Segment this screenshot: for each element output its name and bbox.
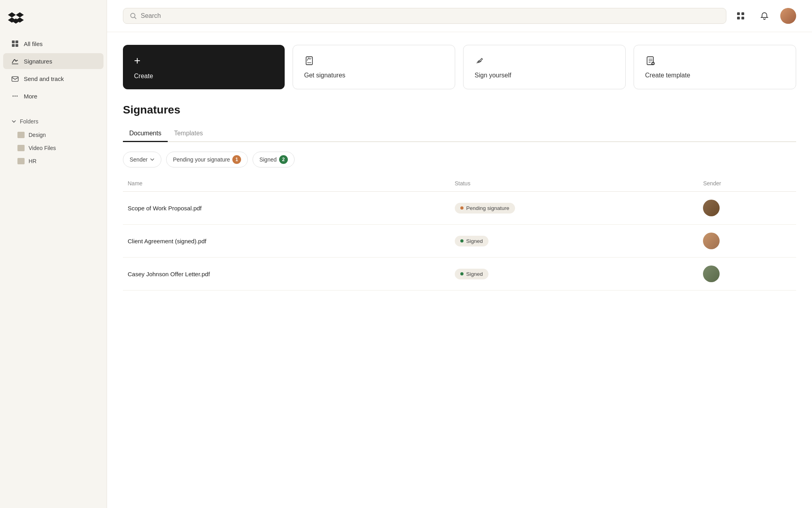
svg-line-10 [135, 17, 136, 19]
doc-sender [698, 258, 796, 291]
sidebar-item-signatures[interactable]: Signatures [3, 53, 103, 69]
table-row[interactable]: Client Agreement (signed).pdf Signed [123, 225, 796, 258]
folders-section: Folders Design Video Files HR [0, 111, 107, 171]
logo-area [0, 6, 107, 35]
create-card[interactable]: + Create [123, 45, 285, 89]
sender-label: Sender [130, 156, 147, 163]
svg-rect-12 [741, 12, 744, 15]
sidebar-item-label: More [24, 93, 37, 100]
page-header [107, 0, 812, 32]
doc-status: Signed [450, 258, 699, 291]
grid-icon [11, 40, 19, 48]
search-input[interactable] [141, 12, 720, 19]
pending-label: Pending your signature [173, 156, 230, 163]
folder-icon [17, 145, 25, 151]
get-signatures-card[interactable]: Get signatures [293, 45, 455, 89]
folders-header[interactable]: Folders [3, 115, 103, 128]
document-tabs: Documents Templates [123, 126, 796, 142]
svg-rect-5 [12, 77, 18, 81]
status-text: Pending signature [466, 205, 509, 211]
notifications-button[interactable] [756, 8, 772, 24]
svg-rect-14 [741, 17, 744, 19]
search-bar[interactable] [123, 8, 726, 24]
svg-point-7 [15, 96, 16, 97]
signed-label: Signed [259, 156, 277, 163]
apps-button[interactable] [733, 8, 749, 24]
page-content: + Create Get signatures [107, 32, 812, 303]
sender-avatar [703, 233, 720, 249]
more-icon [11, 92, 19, 100]
sidebar-folder-video-files[interactable]: Video Files [3, 142, 103, 154]
get-signatures-label: Get signatures [304, 72, 345, 79]
sidebar-item-label: All files [24, 40, 43, 47]
send-icon [11, 75, 19, 83]
create-template-card[interactable]: Create template [634, 45, 796, 89]
filter-row: Sender Pending your signature 1 Signed 2 [123, 152, 796, 167]
svg-point-9 [131, 13, 135, 18]
user-avatar-button[interactable] [780, 8, 796, 24]
doc-name: Client Agreement (signed).pdf [123, 225, 450, 258]
signed-count: 2 [279, 155, 288, 164]
sign-yourself-label: Sign yourself [475, 72, 511, 79]
doc-status: Pending signature [450, 192, 699, 225]
search-icon [130, 12, 137, 19]
doc-sender [698, 225, 796, 258]
documents-table: Name Status Sender Scope of Work Proposa… [123, 177, 796, 291]
doc-sender [698, 192, 796, 225]
status-dot [460, 272, 463, 275]
create-card-label: Create [134, 73, 153, 80]
tab-templates[interactable]: Templates [168, 126, 209, 142]
col-status: Status [450, 177, 699, 192]
chevron-down-icon [150, 157, 155, 162]
user-avatar [780, 8, 796, 24]
sidebar: All files Signatures Send and track [0, 0, 107, 508]
signed-filter[interactable]: Signed 2 [253, 152, 295, 167]
sidebar-item-all-files[interactable]: All files [3, 36, 103, 52]
table-row[interactable]: Casey Johnson Offer Letter.pdf Signed [123, 258, 796, 291]
status-badge: Signed [455, 269, 488, 279]
folder-icon [17, 132, 25, 138]
doc-name: Scope of Work Proposal.pdf [123, 192, 450, 225]
sidebar-item-label: Signatures [24, 58, 52, 65]
chevron-down-icon [11, 119, 17, 124]
status-dot [460, 239, 463, 242]
doc-name: Casey Johnson Offer Letter.pdf [123, 258, 450, 291]
svg-rect-3 [15, 44, 18, 47]
svg-point-6 [13, 96, 14, 97]
plus-icon: + [134, 54, 140, 67]
table-body: Scope of Work Proposal.pdf Pending signa… [123, 192, 796, 291]
pending-count: 1 [232, 155, 241, 164]
svg-rect-1 [15, 40, 18, 43]
signature-icon [11, 57, 19, 65]
table-row[interactable]: Scope of Work Proposal.pdf Pending signa… [123, 192, 796, 225]
svg-point-8 [17, 96, 18, 97]
sidebar-item-more[interactable]: More [3, 88, 103, 104]
sidebar-item-send-and-track[interactable]: Send and track [3, 71, 103, 87]
status-badge: Pending signature [455, 203, 515, 214]
status-dot [460, 206, 463, 210]
pending-signature-filter[interactable]: Pending your signature 1 [166, 152, 248, 167]
status-text: Signed [466, 238, 483, 244]
table-header: Name Status Sender [123, 177, 796, 192]
sign-yourself-card[interactable]: Sign yourself [463, 45, 626, 89]
sender-avatar [703, 266, 720, 282]
sender-avatar [703, 200, 720, 216]
sender-filter[interactable]: Sender [123, 152, 161, 167]
page-title: Signatures [123, 104, 796, 116]
sidebar-folder-hr[interactable]: HR [3, 155, 103, 167]
status-text: Signed [466, 271, 483, 277]
svg-rect-13 [737, 17, 740, 19]
tab-documents[interactable]: Documents [123, 126, 168, 142]
col-name: Name [123, 177, 450, 192]
sign-self-icon [475, 55, 486, 66]
folder-label: Design [29, 132, 46, 138]
sidebar-folder-design[interactable]: Design [3, 129, 103, 141]
folder-label: HR [29, 158, 36, 164]
status-badge: Signed [455, 236, 488, 246]
svg-rect-0 [12, 40, 15, 43]
action-cards: + Create Get signatures [123, 45, 796, 89]
svg-rect-11 [737, 12, 740, 15]
sidebar-item-label: Send and track [24, 75, 64, 82]
template-icon [645, 55, 656, 66]
col-sender: Sender [698, 177, 796, 192]
